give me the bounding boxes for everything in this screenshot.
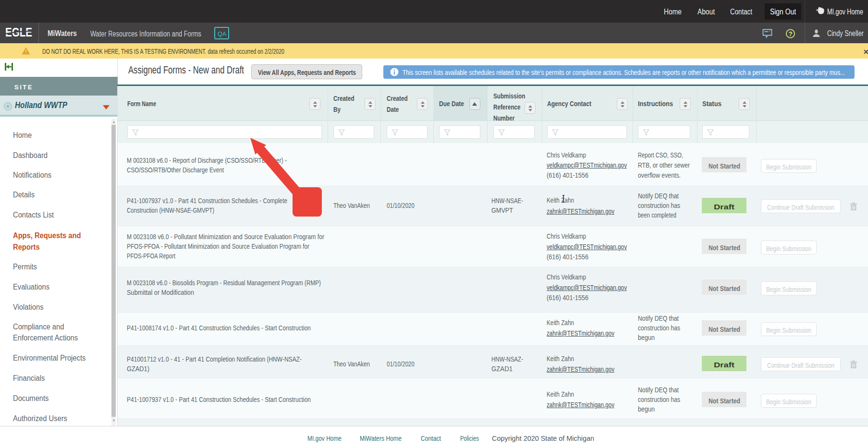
svg-text:?: ?: [788, 30, 792, 37]
